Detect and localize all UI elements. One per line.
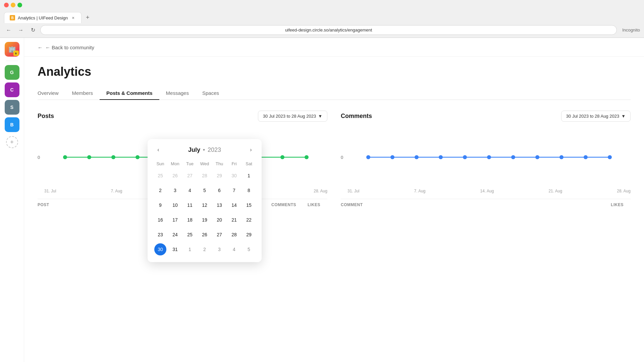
page-title: Analytics xyxy=(38,65,631,79)
calendar-cell-w2-d1[interactable]: 10 xyxy=(168,198,182,213)
calendar-cell-w5-d2[interactable]: 1 xyxy=(182,242,197,257)
cx-label-0: 31. Jul xyxy=(347,189,359,193)
sidebar-item-g[interactable]: G xyxy=(5,65,19,80)
tab-close-btn[interactable]: ✕ xyxy=(70,15,76,20)
calendar-cell-w2-d4[interactable]: 13 xyxy=(212,198,227,213)
calendar-cell-w1-d0[interactable]: 2 xyxy=(153,183,168,198)
sidebar-g-label: G xyxy=(10,70,14,75)
svg-point-15 xyxy=(415,155,419,159)
calendar-cell-w5-d4[interactable]: 3 xyxy=(212,242,227,257)
sidebar-item-s[interactable]: S xyxy=(5,100,19,115)
calendar-cell-w1-d1[interactable]: 3 xyxy=(168,183,182,198)
comments-date-range-btn[interactable]: 30 Jul 2023 to 28 Aug 2023 ▼ xyxy=(561,111,631,122)
calendar-cell-w1-d4[interactable]: 6 xyxy=(212,183,227,198)
reload-btn[interactable]: ↻ xyxy=(28,25,38,35)
app-layout: B 🏢 G C S B + ← ← Back to community Anal… xyxy=(0,38,644,362)
calendar-prev-btn[interactable]: ‹ xyxy=(153,144,164,155)
new-tab-btn[interactable]: + xyxy=(83,13,92,22)
calendar-cell-w4-d0[interactable]: 23 xyxy=(153,227,168,242)
calendar-cell-w4-d4[interactable]: 27 xyxy=(212,227,227,242)
sidebar-item-b[interactable]: B xyxy=(5,117,19,132)
calendar-cell-w5-d0[interactable]: 30 xyxy=(153,242,168,257)
close-window-btn[interactable] xyxy=(4,3,9,7)
tab-favicon: B xyxy=(10,15,15,20)
calendar-cell-w2-d3[interactable]: 12 xyxy=(197,198,212,213)
calendar-next-btn[interactable]: › xyxy=(246,144,256,155)
active-tab[interactable]: B Analytics | UIFeed Design ✕ xyxy=(4,12,82,23)
calendar-cell-w3-d4[interactable]: 20 xyxy=(212,213,227,227)
svg-point-17 xyxy=(463,155,467,159)
tab-title: Analytics | UIFeed Design xyxy=(18,15,68,20)
weekday-fri: Fri xyxy=(227,159,241,168)
th-comment-likes: LIKES xyxy=(604,202,631,207)
calendar-cell-w0-d6[interactable]: 1 xyxy=(241,168,256,183)
calendar-cell-w1-d2[interactable]: 4 xyxy=(182,183,197,198)
calendar-cell-w2-d6[interactable]: 15 xyxy=(241,198,256,213)
calendar-body: 2526272829301234567891011121314151617181… xyxy=(153,168,256,257)
tab-messages[interactable]: Messages xyxy=(159,87,196,100)
cx-label-3: 21. Aug xyxy=(548,189,562,193)
calendar-cell-w4-d1[interactable]: 24 xyxy=(168,227,182,242)
calendar-cell-w4-d3[interactable]: 26 xyxy=(197,227,212,242)
calendar-cell-w3-d3[interactable]: 19 xyxy=(197,213,212,227)
calendar-cell-w3-d6[interactable]: 22 xyxy=(241,213,256,227)
chevron-down-icon: ▼ xyxy=(318,114,322,119)
calendar-month: July xyxy=(188,146,200,154)
calendar-cell-w3-d1[interactable]: 17 xyxy=(168,213,182,227)
calendar-cell-w4-d5[interactable]: 28 xyxy=(227,227,241,242)
add-community-btn[interactable]: + xyxy=(6,136,18,148)
tab-members[interactable]: Members xyxy=(65,87,100,100)
calendar-month-dropdown-icon[interactable]: ▾ xyxy=(203,147,205,152)
calendar-cell-w5-d5[interactable]: 4 xyxy=(227,242,241,257)
svg-point-1 xyxy=(63,155,67,159)
weekday-tue: Tue xyxy=(182,159,197,168)
svg-point-14 xyxy=(390,155,394,159)
maximize-window-btn[interactable] xyxy=(17,3,22,7)
calendar-cell-w1-d5[interactable]: 7 xyxy=(227,183,241,198)
calendar-cell-w5-d1[interactable]: 31 xyxy=(168,242,182,257)
back-to-community-link[interactable]: ← ← Back to community xyxy=(38,45,631,50)
calendar-nav: ‹ July ▾ 2023 › xyxy=(153,144,256,155)
calendar-cell-w0-d2[interactable]: 27 xyxy=(182,168,197,183)
calendar-cell-w5-d3[interactable]: 2 xyxy=(197,242,212,257)
posts-date-range-btn[interactable]: 30 Jul 2023 to 28 Aug 2023 ▼ xyxy=(258,111,327,122)
calendar-cell-w2-d2[interactable]: 11 xyxy=(182,198,197,213)
address-bar[interactable]: uifeed-design.circle.so/analytics/engage… xyxy=(40,25,617,35)
weekday-sat: Sat xyxy=(241,159,256,168)
tab-overview[interactable]: Overview xyxy=(38,87,65,100)
svg-point-10 xyxy=(280,155,284,159)
forward-nav-btn[interactable]: → xyxy=(16,25,25,35)
calendar-cell-w3-d0[interactable]: 16 xyxy=(153,213,168,227)
back-arrow-icon: ← xyxy=(38,45,43,50)
calendar-cell-w3-d2[interactable]: 18 xyxy=(182,213,197,227)
back-nav-btn[interactable]: ← xyxy=(4,25,13,35)
cx-label-1: 7. Aug xyxy=(414,189,425,193)
calendar-cell-w0-d0[interactable]: 25 xyxy=(153,168,168,183)
analytics-page: Analytics Overview Members Posts & Comme… xyxy=(24,57,644,219)
calendar-cell-w3-d5[interactable]: 21 xyxy=(227,213,241,227)
tab-posts-comments[interactable]: Posts & Comments xyxy=(100,87,159,100)
add-icon: + xyxy=(10,139,14,146)
sidebar-item-c[interactable]: C xyxy=(5,82,19,97)
svg-point-13 xyxy=(366,155,370,159)
sidebar-item-business[interactable]: B 🏢 xyxy=(5,42,19,57)
sidebar-s-label: S xyxy=(10,105,13,110)
minimize-window-btn[interactable] xyxy=(11,3,15,7)
calendar-cell-w1-d3[interactable]: 5 xyxy=(197,183,212,198)
calendar-cell-w5-d6[interactable]: 5 xyxy=(241,242,256,257)
calendar-cell-w4-d2[interactable]: 25 xyxy=(182,227,197,242)
calendar-cell-w0-d3[interactable]: 28 xyxy=(197,168,212,183)
svg-point-19 xyxy=(511,155,515,159)
calendar-cell-w1-d6[interactable]: 8 xyxy=(241,183,256,198)
calendar-cell-w0-d5[interactable]: 30 xyxy=(227,168,241,183)
calendar-cell-w4-d6[interactable]: 29 xyxy=(241,227,256,242)
svg-point-2 xyxy=(87,155,91,159)
calendar-cell-w2-d0[interactable]: 9 xyxy=(153,198,168,213)
calendar-cell-w2-d5[interactable]: 14 xyxy=(227,198,241,213)
posts-chart-header: Posts 30 Jul 2023 to 28 Aug 2023 ▼ xyxy=(38,111,327,122)
weekday-wed: Wed xyxy=(197,159,212,168)
tab-spaces[interactable]: Spaces xyxy=(196,87,226,100)
back-link-text: ← Back to community xyxy=(45,45,94,50)
calendar-cell-w0-d4[interactable]: 29 xyxy=(212,168,227,183)
calendar-cell-w0-d1[interactable]: 26 xyxy=(168,168,182,183)
